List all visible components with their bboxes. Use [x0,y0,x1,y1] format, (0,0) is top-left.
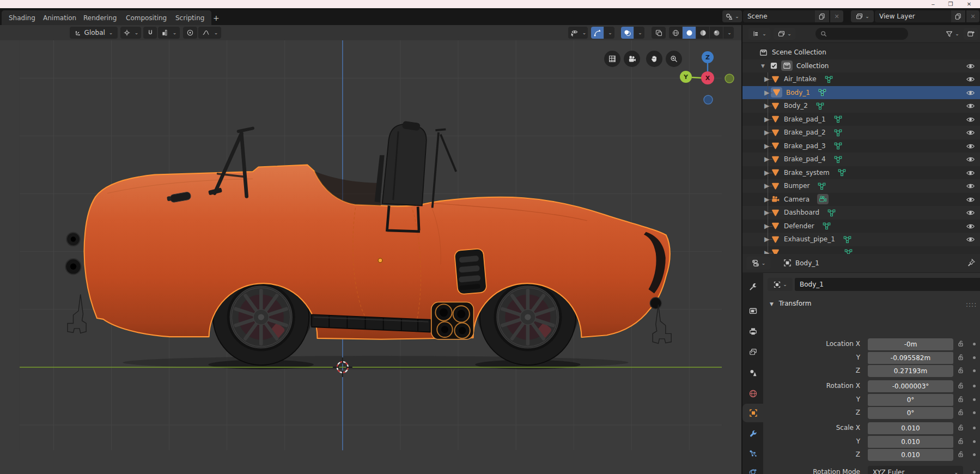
animate-dot[interactable] [973,440,976,443]
hide-eye-icon[interactable] [966,195,975,204]
editor-type-dropdown[interactable]: ⌄ [746,257,770,270]
pan-view-button[interactable] [646,51,662,67]
proportional-editing-toggle[interactable] [183,27,197,39]
view-layer-browse-button[interactable]: ⌄ [851,10,874,22]
overlays-dropdown[interactable]: ⌄ [634,27,644,39]
outliner-display-mode-dropdown[interactable]: ⌄ [748,28,770,40]
tab-compositing[interactable]: Compositing [119,10,174,25]
lock-icon[interactable] [957,381,965,390]
hide-eye-icon[interactable] [966,181,975,191]
snap-toggle-button[interactable] [143,27,157,39]
snap-target-dropdown[interactable]: ⌄ [158,27,180,39]
lock-icon[interactable] [957,395,965,403]
show-gizmo-toggle[interactable] [591,27,604,39]
expand-arrow-icon[interactable]: ▶ [764,209,771,216]
collection-checkbox[interactable] [770,62,778,70]
rotation-z-field[interactable]: 0° [868,407,953,419]
falloff-dropdown[interactable]: ⌄ [198,27,221,39]
tab-render[interactable] [742,301,763,320]
object-type-visibility-dropdown[interactable]: ⌄ [568,27,588,39]
shading-dropdown[interactable]: ⌄ [723,27,734,39]
expand-arrow-icon[interactable]: ▶ [764,102,771,110]
outliner-row-object[interactable]: ▶ Brake_pad_2 [742,126,980,139]
scale-x-field[interactable]: 0.010 [868,422,953,434]
location-x-field[interactable]: -0m [868,338,953,350]
panel-divider[interactable] [741,25,742,474]
animate-dot[interactable] [973,356,976,359]
outliner-row-object[interactable]: ▶ Defender [742,220,980,233]
expand-arrow-icon[interactable]: ▶ [764,129,771,136]
show-overlays-toggle[interactable] [621,27,634,39]
shading-rendered-button[interactable] [710,27,723,39]
close-icon[interactable]: ✕ [965,1,973,8]
outliner-filter-collection-dropdown[interactable]: ⌄ [774,28,795,40]
hide-eye-icon[interactable] [966,155,975,164]
outliner-search-input[interactable] [815,28,908,40]
outliner-row-partial[interactable]: ▶ [742,246,980,254]
tab-output[interactable] [742,322,763,341]
object-id-dropdown[interactable]: ⌄ [768,278,793,291]
maximize-icon[interactable]: ❐ [947,1,954,8]
section-grip-icon[interactable]: :::: [966,301,977,308]
scene-copy-button[interactable] [815,10,829,22]
hide-eye-icon[interactable] [966,88,975,98]
axis-z-negative-ball[interactable] [704,95,713,104]
outliner-row-scene-collection[interactable]: Scene Collection [742,46,980,59]
tab-view-layer[interactable] [742,343,763,361]
tab-world[interactable] [742,384,763,403]
scale-y-field[interactable]: 0.010 [868,436,953,448]
tab-object-active[interactable] [742,404,764,422]
animate-dot[interactable] [973,453,976,456]
view-layer-name-field[interactable]: View Layer [875,10,959,22]
pin-icon[interactable] [967,258,976,267]
outliner-row-object[interactable]: ▶ Brake_system [742,166,980,180]
animate-dot[interactable] [973,398,976,401]
location-z-field[interactable]: 0.27193m [868,365,953,377]
xray-toggle[interactable] [652,27,666,39]
tab-scripting[interactable]: Scripting [168,10,211,25]
animate-dot[interactable] [973,385,976,387]
expand-arrow-icon[interactable]: ▶ [764,116,771,123]
tab-modifiers[interactable] [742,424,763,443]
transform-orientation-dropdown[interactable]: Global ⌄ [70,27,118,39]
hide-eye-icon[interactable] [966,75,975,84]
tab-rendering[interactable]: Rendering [76,10,124,25]
animate-dot[interactable] [973,471,976,473]
outliner-row-object[interactable]: ▶ Body_2 [742,99,980,113]
hide-eye-icon[interactable] [966,101,975,111]
outliner-row-camera[interactable]: ▶ Camera [742,193,980,206]
lock-icon[interactable] [957,450,965,458]
camera-view-button[interactable] [624,51,640,67]
expand-arrow-icon[interactable]: ▶ [764,155,771,163]
hide-eye-icon[interactable] [966,168,975,178]
outliner-filter-dropdown[interactable]: ⌄ [942,28,963,40]
shading-wireframe-button[interactable] [669,27,682,39]
hide-eye-icon[interactable] [966,208,975,217]
hide-eye-icon[interactable] [966,222,975,231]
scene-name-field[interactable]: Scene [743,10,823,22]
lock-icon[interactable] [957,353,965,361]
hide-eye-icon[interactable] [966,62,975,71]
lock-icon[interactable] [957,339,965,348]
zoom-view-button[interactable] [666,51,682,67]
scale-z-field[interactable]: 0.010 [868,449,953,461]
expand-arrow-icon[interactable]: ▶ [764,249,771,254]
outliner-row-object[interactable]: ▶ Bumper [742,179,980,193]
scene-browse-button[interactable]: ⌄ [722,10,742,22]
expand-arrow-icon[interactable]: ▶ [764,182,771,190]
outliner-row-object[interactable]: ▶ Brake_pad_1 [742,113,980,126]
expand-arrow-icon[interactable]: ▶ [764,75,771,83]
view-layer-remove-button[interactable]: ✕ [966,10,979,22]
expand-arrow-icon[interactable]: ▶ [764,142,771,150]
animate-dot[interactable] [973,369,976,372]
expand-arrow-icon[interactable]: ▶ [764,235,771,243]
shading-solid-button[interactable] [683,27,696,39]
lock-icon[interactable] [957,408,965,416]
axis-y-negative-ball[interactable] [725,74,734,83]
outliner-row-object[interactable]: ▶ Brake_pad_4 [742,153,980,166]
expand-arrow-icon[interactable]: ▶ [764,169,771,177]
lock-icon[interactable] [957,366,965,374]
animate-dot[interactable] [973,411,976,414]
hide-eye-icon[interactable] [966,142,975,151]
outliner-row-object[interactable]: ▶ Exhaust_pipe_1 [742,233,980,246]
